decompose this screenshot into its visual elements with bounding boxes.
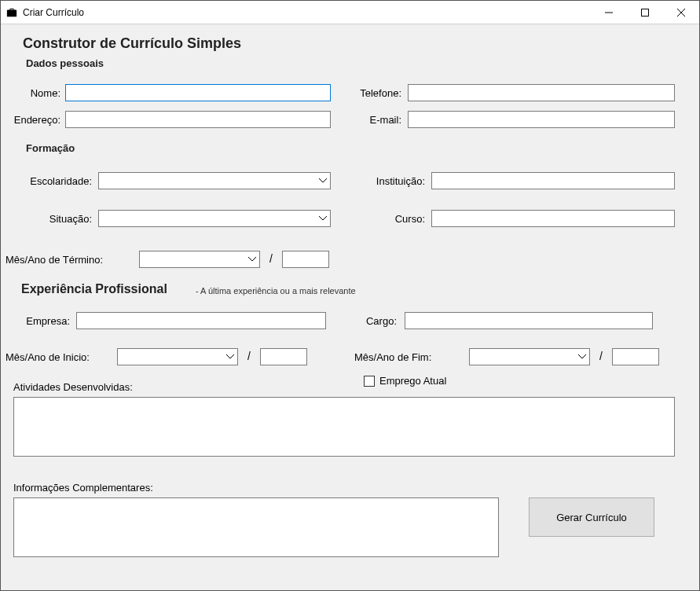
slash-3: / — [599, 350, 603, 362]
cargo-input[interactable] — [405, 312, 653, 329]
emprego-atual-label: Emprego Atual — [379, 375, 446, 387]
label-cargo: Cargo: — [346, 315, 397, 327]
label-endereco: Endereço: — [5, 114, 60, 126]
slash-2: / — [247, 350, 251, 362]
situacao-combo[interactable] — [98, 210, 331, 227]
nome-input[interactable] — [65, 84, 331, 101]
inicio-mes-combo[interactable] — [117, 348, 238, 365]
fim-ano-input[interactable] — [612, 348, 659, 365]
termino-ano-input[interactable] — [282, 251, 329, 268]
label-curso: Curso: — [354, 213, 425, 225]
minimize-button[interactable] — [591, 1, 627, 24]
escolaridade-combo[interactable] — [98, 172, 331, 189]
window-titlebar: Criar Currículo — [1, 1, 699, 24]
inicio-ano-input[interactable] — [260, 348, 307, 365]
instituicao-input[interactable] — [431, 172, 675, 189]
telefone-input[interactable] — [408, 84, 675, 101]
fim-mes-combo[interactable] — [469, 348, 590, 365]
atividades-textarea[interactable] — [13, 397, 675, 457]
window-title: Criar Currículo — [23, 7, 84, 18]
slash-1: / — [269, 252, 273, 265]
empresa-input[interactable] — [76, 312, 326, 329]
email-input[interactable] — [408, 111, 675, 128]
label-empresa: Empresa: — [5, 315, 70, 327]
emprego-atual-box[interactable] — [364, 376, 375, 387]
curso-input[interactable] — [431, 210, 675, 227]
label-situacao: Situação: — [5, 213, 92, 225]
termino-mes-combo[interactable] — [139, 251, 260, 268]
label-termino: Mês/Ano de Término: — [5, 254, 131, 266]
label-inicio: Mês/Ano de Inicio: — [5, 351, 115, 363]
close-button[interactable] — [663, 1, 699, 24]
info-comp-textarea[interactable] — [13, 497, 499, 557]
experience-note: - A última experiência ou a mais relevan… — [196, 286, 356, 296]
emprego-atual-checkbox[interactable]: Emprego Atual — [364, 375, 446, 387]
endereco-input[interactable] — [65, 111, 331, 128]
client-area: Construtor de Currículo Simples Dados pe… — [1, 24, 699, 590]
label-info-comp: Informações Complementares: — [13, 482, 218, 494]
label-nome: Nome: — [5, 87, 60, 99]
svg-rect-1 — [642, 9, 649, 16]
page-title: Construtor de Currículo Simples — [23, 35, 241, 52]
label-atividades: Atividades Desenvolvidas: — [13, 381, 186, 393]
label-fim: Mês/Ano de Fim: — [354, 351, 456, 363]
section-personal: Dados pessoais — [26, 57, 104, 69]
label-telefone: Telefone: — [339, 87, 401, 99]
label-email: E-mail: — [339, 114, 401, 126]
section-formation: Formação — [26, 142, 75, 154]
maximize-button[interactable] — [627, 1, 663, 24]
section-experience: Experiência Profissional — [21, 282, 167, 296]
gerar-curriculo-button[interactable]: Gerar Currículo — [529, 497, 654, 537]
label-instituicao: Instituição: — [354, 175, 425, 187]
label-escolaridade: Escolaridade: — [5, 175, 92, 187]
briefcase-icon — [5, 6, 18, 19]
